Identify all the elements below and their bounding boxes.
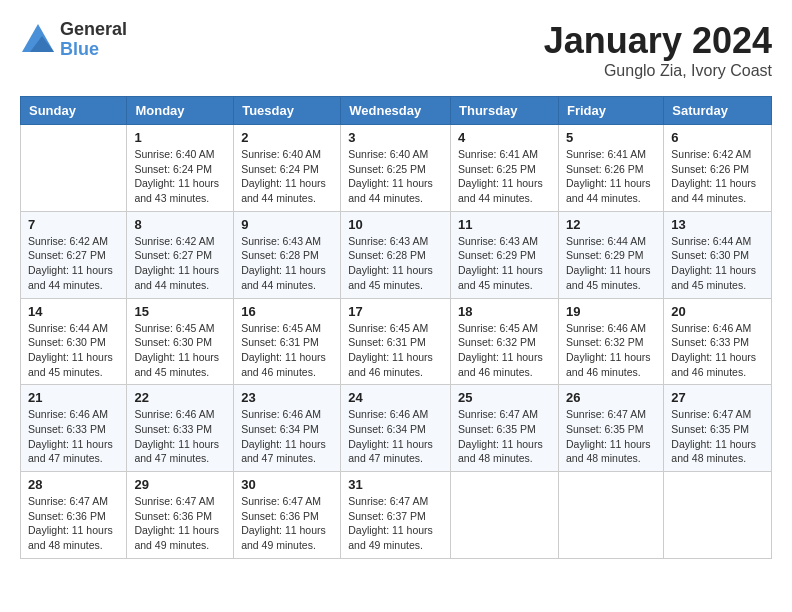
header-cell-saturday: Saturday <box>664 97 772 125</box>
calendar-cell: 12Sunrise: 6:44 AMSunset: 6:29 PMDayligh… <box>558 211 663 298</box>
calendar-cell: 26Sunrise: 6:47 AMSunset: 6:35 PMDayligh… <box>558 385 663 472</box>
cell-info: Sunrise: 6:45 AMSunset: 6:30 PMDaylight:… <box>134 321 226 380</box>
header-cell-sunday: Sunday <box>21 97 127 125</box>
calendar-cell: 13Sunrise: 6:44 AMSunset: 6:30 PMDayligh… <box>664 211 772 298</box>
calendar-cell: 10Sunrise: 6:43 AMSunset: 6:28 PMDayligh… <box>341 211 451 298</box>
week-row-3: 14Sunrise: 6:44 AMSunset: 6:30 PMDayligh… <box>21 298 772 385</box>
calendar-table: SundayMondayTuesdayWednesdayThursdayFrid… <box>20 96 772 559</box>
cell-info: Sunrise: 6:40 AMSunset: 6:24 PMDaylight:… <box>134 147 226 206</box>
cell-info: Sunrise: 6:47 AMSunset: 6:35 PMDaylight:… <box>566 407 656 466</box>
calendar-cell: 14Sunrise: 6:44 AMSunset: 6:30 PMDayligh… <box>21 298 127 385</box>
week-row-2: 7Sunrise: 6:42 AMSunset: 6:27 PMDaylight… <box>21 211 772 298</box>
day-number: 27 <box>671 390 764 405</box>
day-number: 31 <box>348 477 443 492</box>
cell-info: Sunrise: 6:46 AMSunset: 6:34 PMDaylight:… <box>348 407 443 466</box>
day-number: 1 <box>134 130 226 145</box>
day-number: 20 <box>671 304 764 319</box>
calendar-cell <box>558 472 663 559</box>
logo-icon <box>20 22 56 58</box>
day-number: 25 <box>458 390 551 405</box>
calendar-cell: 4Sunrise: 6:41 AMSunset: 6:25 PMDaylight… <box>451 125 559 212</box>
day-number: 24 <box>348 390 443 405</box>
day-number: 15 <box>134 304 226 319</box>
day-number: 7 <box>28 217 119 232</box>
day-number: 10 <box>348 217 443 232</box>
cell-info: Sunrise: 6:41 AMSunset: 6:25 PMDaylight:… <box>458 147 551 206</box>
cell-info: Sunrise: 6:46 AMSunset: 6:34 PMDaylight:… <box>241 407 333 466</box>
cell-info: Sunrise: 6:40 AMSunset: 6:25 PMDaylight:… <box>348 147 443 206</box>
calendar-cell: 22Sunrise: 6:46 AMSunset: 6:33 PMDayligh… <box>127 385 234 472</box>
cell-info: Sunrise: 6:47 AMSunset: 6:36 PMDaylight:… <box>28 494 119 553</box>
calendar-cell: 9Sunrise: 6:43 AMSunset: 6:28 PMDaylight… <box>234 211 341 298</box>
title-block: January 2024 Gunglo Zia, Ivory Coast <box>544 20 772 80</box>
calendar-cell: 20Sunrise: 6:46 AMSunset: 6:33 PMDayligh… <box>664 298 772 385</box>
cell-info: Sunrise: 6:44 AMSunset: 6:29 PMDaylight:… <box>566 234 656 293</box>
day-number: 28 <box>28 477 119 492</box>
day-number: 3 <box>348 130 443 145</box>
cell-info: Sunrise: 6:45 AMSunset: 6:32 PMDaylight:… <box>458 321 551 380</box>
day-number: 14 <box>28 304 119 319</box>
cell-info: Sunrise: 6:45 AMSunset: 6:31 PMDaylight:… <box>348 321 443 380</box>
cell-info: Sunrise: 6:42 AMSunset: 6:27 PMDaylight:… <box>134 234 226 293</box>
cell-info: Sunrise: 6:47 AMSunset: 6:36 PMDaylight:… <box>241 494 333 553</box>
day-number: 6 <box>671 130 764 145</box>
calendar-cell: 17Sunrise: 6:45 AMSunset: 6:31 PMDayligh… <box>341 298 451 385</box>
calendar-cell: 27Sunrise: 6:47 AMSunset: 6:35 PMDayligh… <box>664 385 772 472</box>
day-number: 26 <box>566 390 656 405</box>
cell-info: Sunrise: 6:44 AMSunset: 6:30 PMDaylight:… <box>671 234 764 293</box>
header-cell-tuesday: Tuesday <box>234 97 341 125</box>
cell-info: Sunrise: 6:42 AMSunset: 6:27 PMDaylight:… <box>28 234 119 293</box>
calendar-cell: 5Sunrise: 6:41 AMSunset: 6:26 PMDaylight… <box>558 125 663 212</box>
cell-info: Sunrise: 6:43 AMSunset: 6:28 PMDaylight:… <box>241 234 333 293</box>
calendar-cell <box>451 472 559 559</box>
cell-info: Sunrise: 6:46 AMSunset: 6:33 PMDaylight:… <box>671 321 764 380</box>
cell-info: Sunrise: 6:45 AMSunset: 6:31 PMDaylight:… <box>241 321 333 380</box>
calendar-cell: 19Sunrise: 6:46 AMSunset: 6:32 PMDayligh… <box>558 298 663 385</box>
calendar-cell <box>664 472 772 559</box>
cell-info: Sunrise: 6:46 AMSunset: 6:33 PMDaylight:… <box>134 407 226 466</box>
header-cell-wednesday: Wednesday <box>341 97 451 125</box>
calendar-cell: 25Sunrise: 6:47 AMSunset: 6:35 PMDayligh… <box>451 385 559 472</box>
cell-info: Sunrise: 6:43 AMSunset: 6:29 PMDaylight:… <box>458 234 551 293</box>
calendar-cell: 7Sunrise: 6:42 AMSunset: 6:27 PMDaylight… <box>21 211 127 298</box>
day-number: 21 <box>28 390 119 405</box>
day-number: 12 <box>566 217 656 232</box>
cell-info: Sunrise: 6:46 AMSunset: 6:33 PMDaylight:… <box>28 407 119 466</box>
cell-info: Sunrise: 6:44 AMSunset: 6:30 PMDaylight:… <box>28 321 119 380</box>
cell-info: Sunrise: 6:47 AMSunset: 6:37 PMDaylight:… <box>348 494 443 553</box>
day-number: 5 <box>566 130 656 145</box>
calendar-body: 1Sunrise: 6:40 AMSunset: 6:24 PMDaylight… <box>21 125 772 559</box>
day-number: 18 <box>458 304 551 319</box>
calendar-cell: 2Sunrise: 6:40 AMSunset: 6:24 PMDaylight… <box>234 125 341 212</box>
day-number: 19 <box>566 304 656 319</box>
calendar-cell: 15Sunrise: 6:45 AMSunset: 6:30 PMDayligh… <box>127 298 234 385</box>
calendar-cell: 8Sunrise: 6:42 AMSunset: 6:27 PMDaylight… <box>127 211 234 298</box>
cell-info: Sunrise: 6:43 AMSunset: 6:28 PMDaylight:… <box>348 234 443 293</box>
day-number: 11 <box>458 217 551 232</box>
cell-info: Sunrise: 6:46 AMSunset: 6:32 PMDaylight:… <box>566 321 656 380</box>
cell-info: Sunrise: 6:47 AMSunset: 6:35 PMDaylight:… <box>458 407 551 466</box>
calendar-cell: 30Sunrise: 6:47 AMSunset: 6:36 PMDayligh… <box>234 472 341 559</box>
logo-blue-text: Blue <box>60 40 127 60</box>
day-number: 30 <box>241 477 333 492</box>
week-row-5: 28Sunrise: 6:47 AMSunset: 6:36 PMDayligh… <box>21 472 772 559</box>
day-number: 23 <box>241 390 333 405</box>
calendar-cell <box>21 125 127 212</box>
day-number: 4 <box>458 130 551 145</box>
day-number: 8 <box>134 217 226 232</box>
calendar-cell: 24Sunrise: 6:46 AMSunset: 6:34 PMDayligh… <box>341 385 451 472</box>
calendar-cell: 28Sunrise: 6:47 AMSunset: 6:36 PMDayligh… <box>21 472 127 559</box>
day-number: 16 <box>241 304 333 319</box>
calendar-cell: 31Sunrise: 6:47 AMSunset: 6:37 PMDayligh… <box>341 472 451 559</box>
cell-info: Sunrise: 6:47 AMSunset: 6:35 PMDaylight:… <box>671 407 764 466</box>
logo-general-text: General <box>60 20 127 40</box>
day-number: 9 <box>241 217 333 232</box>
calendar-cell: 29Sunrise: 6:47 AMSunset: 6:36 PMDayligh… <box>127 472 234 559</box>
logo: General Blue <box>20 20 127 60</box>
day-number: 29 <box>134 477 226 492</box>
calendar-cell: 21Sunrise: 6:46 AMSunset: 6:33 PMDayligh… <box>21 385 127 472</box>
week-row-1: 1Sunrise: 6:40 AMSunset: 6:24 PMDaylight… <box>21 125 772 212</box>
location-text: Gunglo Zia, Ivory Coast <box>544 62 772 80</box>
header-cell-monday: Monday <box>127 97 234 125</box>
calendar-cell: 1Sunrise: 6:40 AMSunset: 6:24 PMDaylight… <box>127 125 234 212</box>
